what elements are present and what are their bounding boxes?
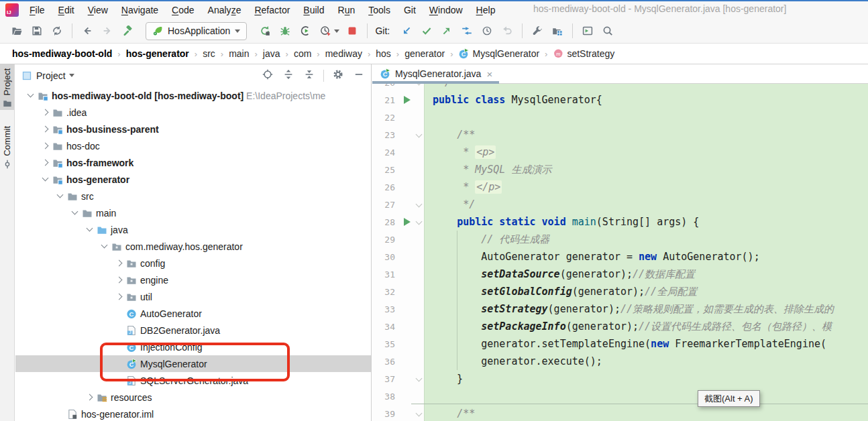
code-line-25[interactable]: 25 * MySQL 生成演示 (372, 161, 868, 178)
chevron-right-icon[interactable] (40, 107, 51, 118)
locate-button[interactable] (262, 69, 273, 82)
breadcrumb-item-generator[interactable]: generator (404, 48, 445, 59)
code-line-26[interactable]: 26 * </p> (372, 178, 868, 196)
tree-row-hos-business-parent[interactable]: hos-business-parent (15, 121, 371, 137)
code-line-31[interactable]: 31 setDataSource(generator);//数据库配置 (372, 265, 868, 283)
menu-git[interactable]: Git (397, 1, 423, 19)
tree-row-hos-doc[interactable]: hos-doc (15, 137, 371, 154)
menu-file[interactable]: File (23, 1, 52, 19)
tree-row-hos-generator[interactable]: hos-generator (15, 171, 371, 188)
chevron-right-icon[interactable] (40, 141, 51, 152)
code-line-21[interactable]: 21public class MysqlGenerator{ (372, 91, 868, 109)
menu-refactor[interactable]: Refactor (248, 1, 296, 19)
project-structure-button[interactable] (547, 21, 567, 40)
breadcrumb-item-src[interactable]: src (203, 48, 215, 59)
code-line-37[interactable]: 37 } (372, 370, 868, 387)
chevron-right-icon[interactable] (114, 275, 125, 286)
breadcrumb-item-mediway[interactable]: mediway (325, 48, 362, 59)
run-anything-button[interactable] (578, 21, 598, 40)
project-panel-title[interactable]: Project (36, 70, 66, 81)
git-update-button[interactable] (396, 21, 417, 40)
breadcrumb-item-hos-generator[interactable]: hos-generator (126, 48, 189, 59)
chevron-down-icon[interactable] (85, 225, 95, 235)
chevron-down-icon[interactable] (40, 174, 51, 185)
project-scope-icon[interactable] (21, 70, 32, 81)
tree-row-util[interactable]: util (15, 288, 371, 305)
run-line-icon[interactable] (404, 96, 411, 104)
run-configuration-select[interactable]: HosApplication (146, 22, 247, 40)
fold-icon[interactable] (416, 375, 423, 382)
menu-window[interactable]: Window (423, 1, 470, 19)
build-hammer-button[interactable] (117, 21, 138, 40)
breadcrumb-item-setstrategy[interactable]: msetStrategy (553, 48, 614, 59)
menu-tools[interactable]: Tools (362, 1, 397, 19)
breadcrumb-item-java[interactable]: java (263, 48, 280, 59)
code-line-32[interactable]: 32 setGlobalConfig(generator);//全局配置 (372, 283, 868, 300)
breadcrumb-item-hos-mediway-boot-old[interactable]: hos-mediway-boot-old (12, 48, 112, 59)
fold-icon[interactable] (416, 219, 423, 225)
tree-row-db2generator.java[interactable]: JDB2Generator.java (15, 322, 371, 339)
chevron-down-icon[interactable] (99, 241, 110, 252)
menu-run[interactable]: Run (331, 1, 362, 19)
chevron-right-icon[interactable] (114, 258, 125, 269)
chevron-right-icon[interactable] (114, 292, 125, 302)
fold-icon[interactable] (416, 410, 423, 417)
tree-row-sqlservergenerator.java[interactable]: JSQLServerGenerator.java (15, 372, 371, 389)
menu-edit[interactable]: Edit (52, 1, 81, 19)
tool-window-button-commit[interactable]: Commit (0, 122, 14, 176)
code-line-24[interactable]: 24 * <p> (372, 143, 868, 161)
chevron-down-icon[interactable] (70, 208, 80, 219)
expand-all-button[interactable] (283, 69, 294, 82)
menu-analyze[interactable]: Analyze (201, 1, 248, 19)
code-line-20[interactable]: 20 */ (372, 84, 868, 91)
code-line-23[interactable]: 23 /** (372, 126, 868, 143)
git-push-button[interactable] (437, 21, 457, 40)
hide-minus-button[interactable] (354, 69, 364, 82)
profiler-clock-button[interactable] (315, 21, 335, 40)
breadcrumb-item-com[interactable]: com (294, 48, 311, 59)
tree-row-resources[interactable]: resources (15, 389, 371, 406)
breadcrumb-item-main[interactable]: main (229, 48, 249, 59)
rerun-button[interactable] (255, 21, 275, 40)
editor-tab-mysqlgenerator[interactable]: C MysqlGenerator.java × (372, 64, 499, 83)
menu-navigate[interactable]: Navigate (115, 1, 165, 19)
open-folder-button[interactable] (7, 21, 27, 40)
chevron-down-icon[interactable] (69, 74, 74, 77)
chevron-right-icon[interactable] (40, 158, 51, 168)
tool-window-button-project[interactable]: Project (0, 64, 14, 110)
settings-gear-button[interactable] (333, 69, 343, 82)
code-line-30[interactable]: 30 AutoGenerator generator = new AutoGen… (372, 248, 868, 265)
breadcrumb-item-hos[interactable]: hos (376, 48, 391, 59)
tree-row-injectionconfig[interactable]: CInjectionConfig (15, 339, 371, 355)
git-commit-check-button[interactable] (417, 21, 437, 40)
profiler-dropdown-button[interactable] (334, 29, 339, 33)
tree-row-hos-generator.iml[interactable]: hos-generator.iml (15, 406, 371, 421)
menu-view[interactable]: View (81, 1, 115, 19)
save-button[interactable] (27, 21, 47, 40)
tree-row-autogenerator[interactable]: CAutoGenerator (15, 305, 371, 322)
git-merge-button[interactable] (457, 21, 477, 40)
tree-row-main[interactable]: main (15, 204, 371, 221)
fold-icon[interactable] (416, 84, 423, 85)
editor-body[interactable]: 20 */21public class MysqlGenerator{2223 … (372, 84, 868, 421)
settings-wrench-button[interactable] (527, 21, 547, 40)
run-line-icon[interactable] (404, 218, 411, 226)
code-line-39[interactable]: 39 /** (372, 405, 868, 421)
collapse-all-button[interactable] (304, 69, 315, 82)
tree-row-java[interactable]: java (15, 221, 371, 238)
menu-help[interactable]: Help (470, 1, 502, 19)
code-line-38[interactable]: 38 (372, 387, 868, 405)
stop-button[interactable] (342, 21, 362, 40)
tree-row-hos-mediway-boot-old[interactable]: hos-mediway-boot-old [hos-mediway-boot] … (15, 87, 371, 104)
history-clock-button[interactable] (477, 21, 497, 40)
code-line-29[interactable]: 29 // 代码生成器 (372, 231, 868, 248)
tree-row-config[interactable]: config (15, 255, 371, 272)
sync-refresh-button[interactable] (47, 21, 67, 40)
code-line-33[interactable]: 33 setStrategy(generator);//策略规则配置，如需要生成… (372, 300, 868, 318)
tree-row-com.mediway.hos.generator[interactable]: com.mediway.hos.generator (15, 238, 371, 255)
close-icon[interactable]: × (486, 68, 492, 80)
tree-row-.idea[interactable]: .idea (15, 104, 371, 121)
code-line-35[interactable]: 35 generator.setTemplateEngine(new Freem… (372, 335, 868, 353)
menu-build[interactable]: Build (296, 1, 331, 19)
rollback-button[interactable] (497, 21, 517, 40)
